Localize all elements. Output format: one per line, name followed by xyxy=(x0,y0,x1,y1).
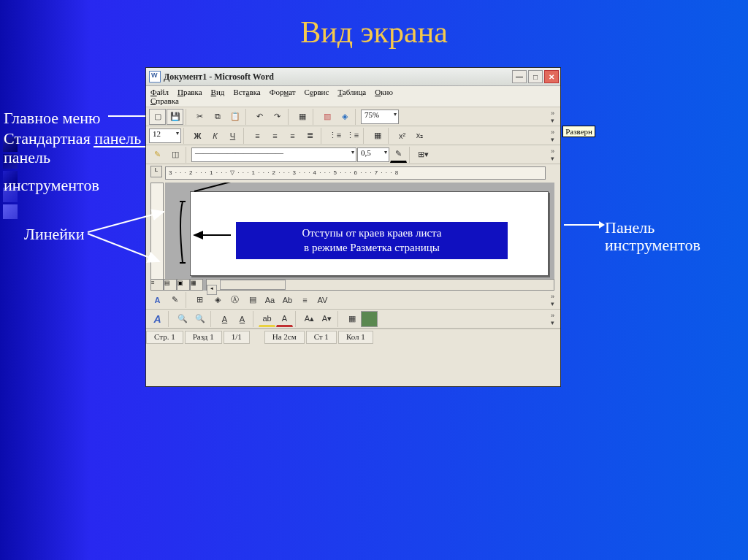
callout-line2: в режиме Разметка страницы xyxy=(304,242,440,253)
menu-file[interactable]: Файл xyxy=(150,88,169,96)
minimize-button[interactable]: — xyxy=(512,70,527,83)
ruler-area: L 3 · · · 2 · · · 1 · · · ▽ · · · 1 · · … xyxy=(146,164,560,291)
maximize-button[interactable]: □ xyxy=(528,70,543,83)
wordart-vertical-button[interactable]: Ab xyxy=(279,292,296,308)
toolbar-more-1[interactable]: »▾ xyxy=(548,110,557,124)
columns-button[interactable]: ▥ xyxy=(318,109,335,125)
window-title: Документ1 - Microsoft Word xyxy=(164,72,512,83)
arrow-right-toolbar xyxy=(564,224,599,226)
font-color-button[interactable]: A xyxy=(149,311,166,327)
word-window: Документ1 - Microsoft Word — □ ✕ ФайлПра… xyxy=(145,67,561,387)
callout-line1: Отступы от краев краев листа xyxy=(302,227,442,239)
align-justify-button[interactable]: ≣ xyxy=(302,128,318,144)
wordart-spacing-button[interactable]: AV xyxy=(314,292,331,308)
bulleted-list-button[interactable]: ⋮≡ xyxy=(344,128,361,144)
line-style-dropdown[interactable]: ——————————— xyxy=(191,147,356,162)
normal-view-button[interactable]: ≡ xyxy=(150,279,164,291)
toolbar-more-3[interactable]: »▾ xyxy=(548,147,557,162)
view-buttons: ≡ ▤ ▣ ▦ xyxy=(150,279,203,291)
wordart-gallery-button[interactable]: ⊞ xyxy=(191,292,208,308)
numbered-list-button[interactable]: ⋮≡ xyxy=(327,128,343,144)
borders-button[interactable]: ▦ xyxy=(369,128,386,144)
draw-table-button[interactable]: ✎ xyxy=(149,147,166,163)
menu-table[interactable]: Таблица xyxy=(337,88,366,96)
decorative-square xyxy=(3,204,18,219)
web-view-button[interactable]: ▤ xyxy=(164,279,177,291)
status-line: Ст 1 xyxy=(306,331,337,344)
toolbar-more-5[interactable]: »▾ xyxy=(548,312,557,326)
fill-button[interactable] xyxy=(361,311,378,327)
arrow-std-toolbar xyxy=(94,146,153,147)
menu-format[interactable]: Формат xyxy=(270,88,296,96)
wordart-height-button[interactable]: Aa xyxy=(262,292,278,308)
scroll-thumb[interactable] xyxy=(220,280,286,290)
menu-window[interactable]: Окно xyxy=(375,88,393,96)
para-indent-b[interactable]: A xyxy=(234,311,251,327)
drawing-button[interactable]: ◈ xyxy=(336,109,353,125)
redo-button[interactable]: ↷ xyxy=(269,109,286,125)
close-button[interactable]: ✕ xyxy=(544,70,559,83)
cut-button[interactable]: ✂ xyxy=(191,109,208,125)
menu-view[interactable]: Вид xyxy=(211,88,225,96)
label-instruments: инструментов xyxy=(4,175,99,196)
arrow-right-head xyxy=(599,221,605,229)
menu-service[interactable]: Сервис xyxy=(305,88,329,96)
wordart-shape-button[interactable]: Ⓐ xyxy=(226,292,243,308)
wordart-edit-button[interactable]: ✎ xyxy=(167,292,183,308)
pen-color-button[interactable]: ✎ xyxy=(390,147,407,163)
scroll-left-button[interactable]: ◂ xyxy=(207,285,217,295)
bold-button[interactable]: Ж xyxy=(189,128,206,144)
border-style-button[interactable]: ⊞▾ xyxy=(415,147,432,163)
horizontal-ruler[interactable]: 3 · · · 2 · · · 1 · · · ▽ · · · 1 · · · … xyxy=(165,166,546,180)
label-std-toolbar-2: панель xyxy=(4,147,50,168)
titlebar: Документ1 - Microsoft Word — □ ✕ xyxy=(146,68,560,86)
wordart-align-button[interactable]: ≡ xyxy=(297,292,313,308)
align-center-button[interactable]: ≡ xyxy=(267,128,283,144)
svg-line-0 xyxy=(194,183,267,191)
shading-button[interactable]: ▦ xyxy=(343,311,360,327)
menu-insert[interactable]: Вставка xyxy=(233,88,260,96)
zoom-dropdown[interactable]: 75% xyxy=(361,110,399,124)
outline-view-button[interactable]: ▦ xyxy=(190,279,203,291)
zoom-out-button[interactable]: 🔍 xyxy=(191,311,208,327)
align-right-button[interactable]: ≡ xyxy=(284,128,301,144)
save-button[interactable]: 💾 xyxy=(167,109,183,125)
align-left-button[interactable]: ≡ xyxy=(249,128,266,144)
wrap-text-button[interactable]: ▤ xyxy=(244,292,261,308)
vertical-ruler[interactable] xyxy=(150,183,164,291)
menu-help[interactable]: Справка xyxy=(150,96,179,105)
new-doc-button[interactable]: ▢ xyxy=(149,109,166,125)
para-indent-a[interactable]: A xyxy=(216,311,233,327)
document-area: Отступы от краев краев листа в режиме Ра… xyxy=(165,183,554,291)
standard-toolbar: ▢ 💾 ✂ ⧉ 📋 ↶ ↷ ▦ ▥ ◈ 75% »▾ xyxy=(146,107,560,126)
wordart-insert-button[interactable]: A xyxy=(149,292,166,308)
copy-button[interactable]: ⧉ xyxy=(209,109,226,125)
grow-font-button[interactable]: A▴ xyxy=(301,311,318,327)
menu-edit[interactable]: Правка xyxy=(178,88,202,96)
shrink-font-button[interactable]: A▾ xyxy=(318,311,335,327)
superscript-button[interactable]: x² xyxy=(394,128,411,144)
table-button[interactable]: ▦ xyxy=(294,109,310,125)
zoom-in-button[interactable]: 🔍 xyxy=(174,311,191,327)
status-pages: 1/1 xyxy=(224,331,250,344)
italic-button[interactable]: К xyxy=(207,128,224,144)
horizontal-scrollbar[interactable]: ◂ xyxy=(206,279,554,291)
toolbar-more-4[interactable]: »▾ xyxy=(548,293,557,307)
page-title: Вид экрана xyxy=(0,15,748,50)
subscript-button[interactable]: x₂ xyxy=(411,128,428,144)
status-section: Разд 1 xyxy=(185,331,222,344)
print-view-button[interactable]: ▣ xyxy=(177,279,190,291)
status-at: На 2см xyxy=(264,331,305,344)
eraser-button[interactable]: ◫ xyxy=(167,147,183,163)
tab-selector[interactable]: L xyxy=(150,166,162,177)
paste-button[interactable]: 📋 xyxy=(226,109,243,125)
tooltip-expand: Разверн xyxy=(562,126,595,137)
undo-button[interactable]: ↶ xyxy=(251,109,268,125)
highlight-button[interactable]: ab xyxy=(259,311,275,327)
line-weight-dropdown[interactable]: 0,5 xyxy=(357,147,389,162)
font-size-dropdown[interactable]: 12 xyxy=(149,129,181,143)
underline-button[interactable]: Ч xyxy=(224,128,241,144)
status-col: Кол 1 xyxy=(338,331,373,344)
toolbar-more-2[interactable]: »▾ xyxy=(548,129,557,143)
font-color-2-button[interactable]: A xyxy=(276,311,293,327)
